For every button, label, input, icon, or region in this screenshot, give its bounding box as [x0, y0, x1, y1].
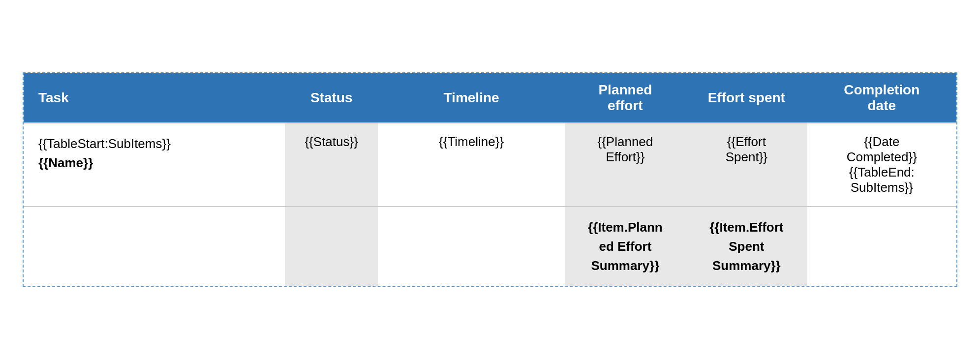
- main-table-wrapper: Task Status Timeline Plannedeffort Effor…: [23, 72, 957, 287]
- header-completion-date: Completiondate: [807, 73, 956, 123]
- table-start-label: {{TableStart:SubItems}}: [38, 136, 171, 151]
- header-planned-effort: Plannedeffort: [565, 73, 686, 123]
- header-timeline: Timeline: [378, 73, 564, 123]
- header-status: Status: [285, 73, 378, 123]
- cell-task-2: [24, 207, 285, 286]
- cell-timeline-2: [378, 207, 564, 286]
- cell-effort-spent-summary: {{Item.EffortSpentSummary}}: [686, 207, 807, 286]
- cell-status-1: {{Status}}: [285, 123, 378, 207]
- data-table: Task Status Timeline Plannedeffort Effor…: [24, 73, 956, 286]
- cell-effort-spent-1: {{EffortSpent}}: [686, 123, 807, 207]
- table-row: {{TableStart:SubItems}} {{Name}} {{Statu…: [24, 123, 956, 207]
- cell-completion-date-1: {{DateCompleted}} {{TableEnd:SubItems}}: [807, 123, 956, 207]
- header-effort-spent: Effort spent: [686, 73, 807, 123]
- name-placeholder: {{Name}}: [38, 155, 93, 170]
- cell-task-1: {{TableStart:SubItems}} {{Name}}: [24, 123, 285, 207]
- cell-planned-effort-1: {{PlannedEffort}}: [565, 123, 686, 207]
- cell-status-2: [285, 207, 378, 286]
- cell-planned-effort-summary: {{Item.Planned EffortSummary}}: [565, 207, 686, 286]
- cell-completion-date-2: [807, 207, 956, 286]
- cell-timeline-1: {{Timeline}}: [378, 123, 564, 207]
- table-row: {{Item.Planned EffortSummary}} {{Item.Ef…: [24, 207, 956, 286]
- header-row: Task Status Timeline Plannedeffort Effor…: [24, 73, 956, 123]
- header-task: Task: [24, 73, 285, 123]
